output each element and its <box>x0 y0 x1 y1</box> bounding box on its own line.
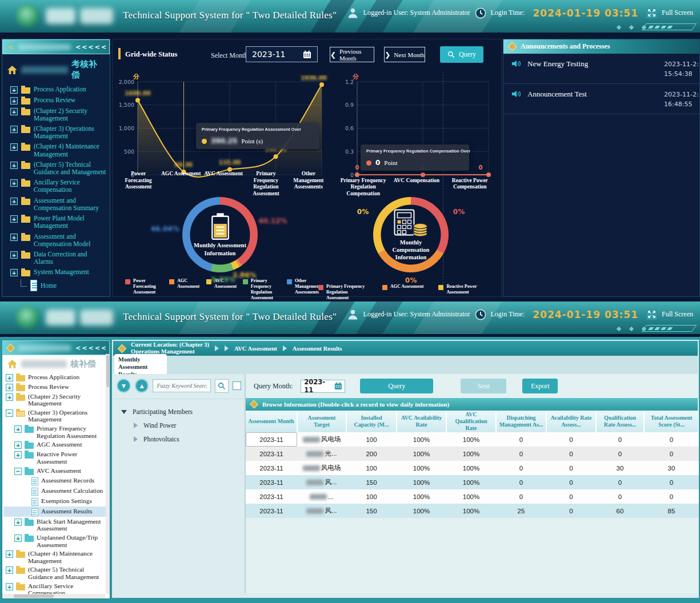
table-row[interactable]: 2023-11 风... 150100%100%2506085 <box>246 504 699 518</box>
expand-plus-icon[interactable]: + <box>10 86 18 94</box>
column-header[interactable]: Qualification Rate Assess... <box>596 411 644 432</box>
bottom-sidebar-header[interactable]: <<<<< <box>2 340 110 355</box>
announcement-label[interactable]: Announcement Test <box>527 90 664 99</box>
expand-plus-icon[interactable]: + <box>14 534 22 542</box>
value-cell[interactable]: 100 <box>346 489 397 504</box>
assessment-target-cell[interactable]: 风... <box>297 475 346 489</box>
value-cell[interactable]: 100% <box>397 504 446 518</box>
value-cell[interactable]: 30 <box>596 461 644 475</box>
sidebar-item[interactable]: + (Chapter 2) Security Management <box>3 106 109 123</box>
members-root-node[interactable]: Participating Members <box>121 405 245 419</box>
legend-item[interactable]: AGC Assessment <box>169 278 206 290</box>
collapse-arrows-icon[interactable]: <<<<< <box>75 344 107 352</box>
previous-month-button[interactable]: ❮Previous Month <box>330 47 374 62</box>
value-cell[interactable]: 0 <box>546 475 596 489</box>
announcement-item[interactable]: New Energy Testing 2023-11-2:15:54:38 <box>503 54 699 84</box>
fullscreen-label[interactable]: Full Screen <box>662 9 693 17</box>
sidebar-item[interactable]: +Process Application <box>3 372 109 382</box>
legend-item[interactable]: AGC Assessment <box>382 284 423 290</box>
search-button[interactable] <box>215 379 229 393</box>
expand-plus-icon[interactable]: + <box>10 215 18 223</box>
sidebar-item[interactable]: +Primary Frequency Regulation Assessment <box>3 424 109 440</box>
value-cell[interactable]: 100% <box>446 489 496 504</box>
announcement-label[interactable]: New Energy Testing <box>527 59 664 69</box>
value-cell[interactable]: 100 <box>346 432 397 447</box>
expand-plus-icon[interactable]: + <box>14 518 22 526</box>
assessment-target-cell[interactable]: ... <box>297 489 346 504</box>
assessment-target-cell[interactable]: 光... <box>297 447 346 461</box>
next-month-button[interactable]: ❯Next Month <box>384 47 425 62</box>
fuzzy-search-input[interactable] <box>153 379 211 392</box>
column-header[interactable]: Installed Capacity (M... <box>346 411 397 432</box>
table-row[interactable]: 2023-11 光... 200100%100%0000 <box>246 447 699 461</box>
value-cell[interactable]: 0 <box>644 489 699 504</box>
value-cell[interactable]: 0 <box>644 475 699 489</box>
value-cell[interactable]: 0 <box>496 447 546 461</box>
collapse-minus-icon[interactable]: − <box>14 468 22 475</box>
assessment-month-cell[interactable]: 2023-11 <box>246 432 297 447</box>
assessment-month-cell[interactable]: 2023-11 <box>246 504 297 518</box>
sidebar-item[interactable]: Exemption Settings <box>3 496 109 506</box>
fullscreen-label[interactable]: Full Screen <box>662 310 693 319</box>
expand-plus-icon[interactable]: + <box>6 566 13 574</box>
sidebar-item[interactable]: −AVC Assessment <box>3 466 109 476</box>
value-cell[interactable]: 100% <box>446 475 496 489</box>
sidebar-item[interactable]: + Assessment and Compensation Model <box>3 231 109 249</box>
value-cell[interactable]: 0 <box>644 432 699 447</box>
expand-plus-icon[interactable]: + <box>10 234 18 241</box>
value-cell[interactable]: 0 <box>596 447 644 461</box>
legend-item[interactable]: Reactive Power Assessment <box>438 284 487 295</box>
expand-plus-icon[interactable]: + <box>10 251 18 259</box>
column-header[interactable]: AVC Qualification Rate <box>446 411 496 432</box>
collapse-all-button[interactable]: ▲ <box>135 379 149 393</box>
sidebar-item[interactable]: +Unplanned Outage/Trip Assessment <box>3 533 109 549</box>
assessment-target-cell[interactable]: 风电场 <box>297 461 346 475</box>
collapse-minus-icon[interactable]: − <box>6 409 13 417</box>
filter-checkbox[interactable] <box>233 381 241 390</box>
column-header[interactable]: Dispatching Management As... <box>496 411 546 432</box>
column-header[interactable]: Assessment Month <box>246 411 297 432</box>
sidebar-item[interactable]: +(Chapter 4) Maintenance Management <box>3 549 109 565</box>
value-cell[interactable]: 30 <box>644 461 699 475</box>
sidebar-item[interactable]: +(Chapter 5) Technical Guidance and Mana… <box>3 565 109 581</box>
sidebar-item[interactable]: +Process Review <box>3 382 109 392</box>
table-row[interactable]: 2023-11 风... 150100%100%0000 <box>246 475 699 489</box>
query-button[interactable]: Query <box>360 379 433 393</box>
sidebar-item[interactable]: + Ancillary Service Compensation <box>3 178 109 195</box>
expand-plus-icon[interactable]: + <box>10 162 18 169</box>
sidebar-item[interactable]: +AGC Assessment <box>3 440 109 450</box>
triangle-down-icon[interactable] <box>121 410 127 414</box>
legend-item[interactable]: Primary Frequency Regulation Assessment <box>243 278 287 301</box>
fullscreen-icon[interactable] <box>646 309 657 320</box>
sidebar-item[interactable]: + (Chapter 3) Operations Management <box>3 123 109 141</box>
column-header[interactable]: Availability Rate Assess... <box>546 411 596 432</box>
value-cell[interactable]: 100% <box>397 461 446 475</box>
value-cell[interactable]: 85 <box>644 504 699 518</box>
expand-plus-icon[interactable]: + <box>6 393 13 401</box>
legend-item[interactable]: Primary Frequency Regulation Assessment <box>318 284 367 301</box>
assessment-target-cell[interactable]: 风... <box>297 504 346 518</box>
sidebar-item[interactable]: +Black Start Management Assessment <box>3 517 109 533</box>
assessment-month-cell[interactable]: 2023-11 <box>246 447 297 461</box>
horizontal-scrollbar[interactable] <box>2 594 105 598</box>
sidebar-item[interactable]: +(Chapter 2) Security Management <box>3 392 109 408</box>
sidebar-item-selected[interactable]: Assessment Results <box>3 506 109 517</box>
expand-plus-icon[interactable]: + <box>14 441 22 449</box>
value-cell[interactable]: 0 <box>596 489 644 504</box>
sidebar-item[interactable]: + Process Review <box>3 95 109 106</box>
value-cell[interactable]: 60 <box>596 504 644 518</box>
top-sidebar-header[interactable]: < <<<<< <box>2 39 110 54</box>
value-cell[interactable]: 0 <box>496 432 546 447</box>
column-header[interactable]: Total Assessment Score (St... <box>644 411 699 432</box>
triangle-right-icon[interactable] <box>134 436 138 442</box>
vertical-scrollbar[interactable] <box>106 354 110 594</box>
sidebar-item[interactable]: + Assessment and Compensation Summary <box>3 195 109 213</box>
sidebar-item[interactable]: + Data Correction and Alarms <box>3 250 109 267</box>
value-cell[interactable]: 0 <box>496 475 546 489</box>
expand-plus-icon[interactable]: + <box>6 374 13 381</box>
expand-plus-icon[interactable]: + <box>10 126 18 133</box>
assessment-target-cell[interactable]: 风电场 <box>297 432 346 447</box>
expand-plus-icon[interactable]: + <box>10 269 18 276</box>
value-cell[interactable]: 100% <box>397 475 446 489</box>
value-cell[interactable]: 150 <box>346 504 397 518</box>
